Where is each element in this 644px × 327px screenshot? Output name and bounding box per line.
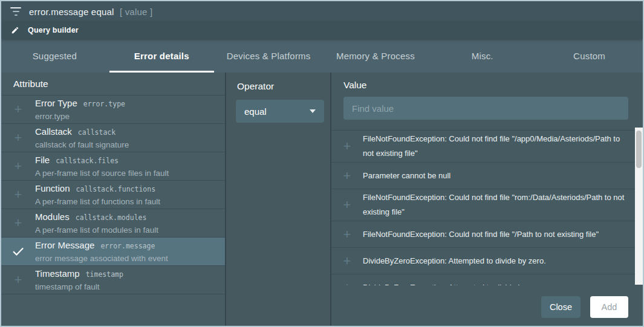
attribute-row-timestamp[interactable]: + Timestamp timestamp timestamp of fault [1, 265, 225, 294]
add-value-icon: + [331, 228, 363, 241]
value-suggestion-item[interactable]: + DivideByZeroException: Attempted to di… [331, 248, 643, 274]
attribute-description: error.type [35, 111, 125, 122]
operator-panel: Operator equal [226, 73, 330, 326]
value-suggestion-text: FileNotFoundException: Could not find fi… [363, 226, 612, 243]
query-builder-header: Query builder [1, 22, 643, 39]
tab-error-details[interactable]: Error details [108, 39, 215, 73]
attribute-row-error-type[interactable]: + Error Type error.type error.type [1, 95, 225, 123]
query-builder-dialog: error.message equal [ value ] Query buil… [0, 0, 644, 327]
add-button[interactable]: Add [590, 296, 628, 318]
add-value-icon: + [331, 140, 363, 153]
add-value-icon: + [331, 254, 363, 268]
edit-pencil-icon [11, 26, 19, 34]
tab-suggested[interactable]: Suggested [1, 39, 108, 73]
tab-misc[interactable]: Misc. [429, 39, 536, 73]
add-attribute-icon: + [1, 273, 35, 287]
attribute-code: timestamp [86, 268, 123, 281]
operator-selected-value: equal [244, 106, 310, 117]
add-attribute-icon: + [1, 103, 35, 116]
add-attribute-icon: + [1, 160, 35, 173]
value-suggestion-list: + FileNotFoundException: Could not find … [331, 130, 643, 285]
value-suggestion-text: Parameter cannot be null [363, 167, 464, 184]
attribute-name: Callstack [35, 125, 72, 138]
value-panel: Value + FileNotFoundException: Could not… [331, 73, 643, 326]
value-suggestion-item[interactable]: + FileNotFoundException: Could not find … [331, 221, 643, 248]
query-summary-bar: error.message equal [ value ] [1, 1, 643, 22]
attribute-row-error-message[interactable]: Error Message error.message error messag… [1, 237, 225, 265]
tab-devices-platforms[interactable]: Devices & Platforms [215, 39, 322, 73]
add-value-icon: + [331, 169, 363, 183]
attribute-name: Error Message [35, 239, 94, 251]
query-summary-value-placeholder: [ value ] [120, 7, 152, 17]
category-tabs: Suggested Error details Devices & Platfo… [1, 39, 643, 73]
dialog-content: Attribute + Error Type error.type error.… [1, 73, 643, 326]
attribute-description: timestamp of fault [35, 281, 123, 293]
attribute-code: callstack.files [56, 155, 119, 167]
add-value-icon: + [331, 198, 363, 212]
query-summary-main: error.message equal [29, 7, 114, 17]
filter-list-icon[interactable] [10, 7, 22, 16]
attribute-code: callstack [78, 126, 115, 139]
value-suggestion-text: FileNotFoundException: Could not find fi… [363, 189, 643, 221]
attribute-code: error.message [100, 240, 155, 253]
attribute-code: error.type [83, 98, 125, 111]
attribute-description: A per-frame list of source files in faul… [35, 167, 169, 179]
query-summary-text: error.message equal [ value ] [29, 7, 152, 17]
add-attribute-icon: + [1, 131, 35, 144]
operator-panel-title: Operator [237, 81, 330, 92]
operator-select[interactable]: equal [236, 100, 324, 123]
scrollbar-thumb[interactable] [636, 131, 642, 168]
add-value-icon: + [331, 281, 363, 286]
value-suggestion-text: DivideByZeroException: Attempted to divi… [363, 253, 559, 270]
attribute-panel-filler [1, 294, 225, 326]
attribute-row-modules[interactable]: + Modules callstack.modules A per-frame … [1, 209, 225, 237]
close-button[interactable]: Close [541, 296, 581, 318]
chevron-down-icon [310, 109, 316, 113]
attribute-name: Function [35, 182, 70, 195]
dialog-footer: Close Add [541, 296, 628, 318]
value-suggestion-item[interactable]: + DivideByZeroException: Attempted to di… [331, 274, 643, 285]
tab-custom[interactable]: Custom [536, 39, 643, 73]
value-list-scrollbar[interactable] [635, 128, 643, 285]
value-panel-title: Value [343, 80, 643, 91]
value-suggestion-item[interactable]: + FileNotFoundException: Could not find … [331, 131, 643, 163]
attribute-row-function[interactable]: + Function callstack.functions A per-fra… [1, 180, 225, 209]
attribute-name: Error Type [35, 97, 77, 109]
find-value-input[interactable] [343, 97, 628, 120]
attribute-code: callstack.modules [76, 212, 147, 224]
tab-memory-process[interactable]: Memory & Process [322, 39, 429, 73]
attribute-row-file[interactable]: + File callstack.files A per-frame list … [1, 152, 225, 180]
attribute-description: error message associated with event [35, 253, 168, 264]
attribute-code: callstack.functions [76, 183, 156, 196]
attribute-description: callstack of fault signature [35, 139, 129, 151]
attribute-row-callstack[interactable]: + Callstack callstack callstack of fault… [1, 123, 225, 152]
attribute-panel-title: Attribute [1, 73, 225, 95]
add-attribute-icon: + [1, 216, 35, 230]
query-builder-title: Query builder [28, 26, 79, 34]
selected-check-icon [1, 245, 35, 258]
value-suggestion-text: FileNotFoundException: Could not find fi… [363, 131, 643, 162]
attribute-name: Modules [35, 210, 70, 223]
attribute-description: A per-frame list of functions in fault [35, 196, 160, 207]
value-suggestion-text: DivideByZeroException: Attempted to divi… [363, 279, 557, 286]
add-attribute-icon: + [1, 188, 35, 201]
value-suggestion-item[interactable]: + Parameter cannot be null [331, 163, 643, 189]
attribute-name: File [35, 154, 50, 166]
value-suggestion-item[interactable]: + FileNotFoundException: Could not find … [331, 189, 643, 221]
attribute-panel: Attribute + Error Type error.type error.… [1, 73, 225, 326]
attribute-name: Timestamp [35, 267, 80, 280]
attribute-description: A per-frame list of modules in fault [35, 224, 158, 236]
